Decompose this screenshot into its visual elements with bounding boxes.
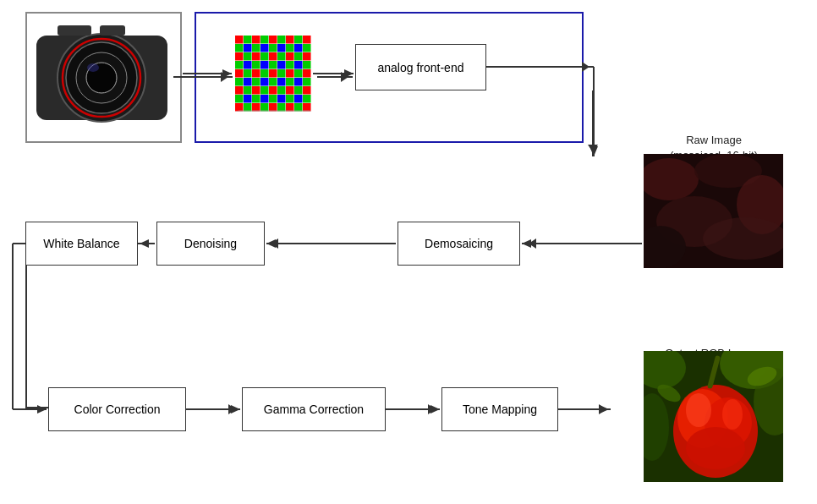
raw-to-demosaicing-arrow bbox=[524, 243, 571, 244]
wb-to-cc-vertical bbox=[25, 266, 27, 408]
svg-point-24 bbox=[686, 427, 745, 469]
tone-to-output-arrow bbox=[560, 408, 611, 410]
analog-to-raw-arrow bbox=[592, 90, 594, 156]
color-correction-label: Color Correction bbox=[74, 403, 161, 416]
color-correction-box: Color Correction bbox=[48, 387, 186, 431]
denoising-box: Denoising bbox=[156, 222, 265, 266]
svg-point-26 bbox=[722, 399, 743, 430]
analog-frontend-box: analog front-end bbox=[355, 44, 486, 90]
denoising-label: Denoising bbox=[184, 237, 237, 250]
tone-mapping-label: Tone Mapping bbox=[463, 403, 537, 416]
demosaicing-label: Demosaicing bbox=[425, 237, 493, 250]
svg-point-25 bbox=[686, 393, 711, 427]
pipeline-diagram: analog front-end Raw Image(mosaiced, 16-… bbox=[0, 0, 817, 504]
camera-to-bayer-arrow bbox=[173, 76, 233, 78]
raw-image-thumbnail bbox=[644, 154, 783, 268]
gamma-correction-label: Gamma Correction bbox=[264, 403, 364, 416]
camera-lens-icon bbox=[32, 19, 172, 137]
output-rgb-thumbnail bbox=[644, 351, 783, 482]
white-balance-label: White Balance bbox=[43, 237, 119, 250]
tone-mapping-box: Tone Mapping bbox=[441, 387, 558, 431]
white-balance-box: White Balance bbox=[25, 222, 138, 266]
demosaicing-to-denoising-arrow bbox=[266, 243, 396, 244]
svg-rect-6 bbox=[58, 25, 91, 36]
demosaicing-box: Demosaicing bbox=[398, 222, 520, 266]
bayer-mosaic-icon bbox=[235, 36, 311, 112]
analog-right-arrow bbox=[486, 66, 594, 68]
bayer-to-analog-arrow bbox=[317, 76, 353, 78]
gamma-to-tone-arrow bbox=[387, 408, 440, 410]
analog-frontend-label: analog front-end bbox=[378, 61, 464, 74]
svg-rect-7 bbox=[100, 25, 125, 36]
svg-point-5 bbox=[87, 63, 99, 72]
gamma-correction-box: Gamma Correction bbox=[242, 387, 386, 431]
cc-to-gamma-arrow bbox=[188, 408, 240, 410]
